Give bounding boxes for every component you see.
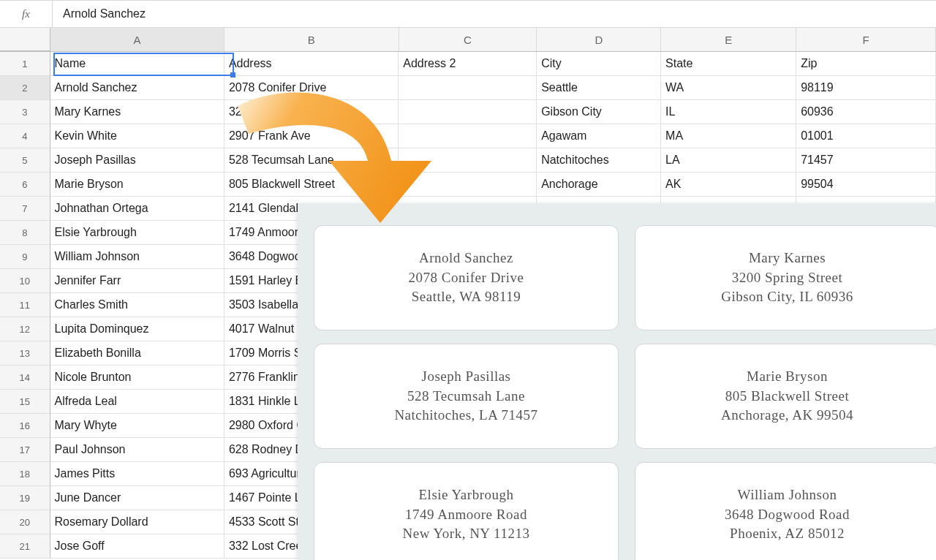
row-header-5[interactable]: 5 <box>0 148 50 173</box>
row-header-8[interactable]: 8 <box>0 221 50 245</box>
cell-A17[interactable]: Paul Johnson <box>50 438 224 462</box>
select-all-corner[interactable] <box>0 28 50 51</box>
cell-E2[interactable]: WA <box>661 76 796 100</box>
cell-E3[interactable]: IL <box>661 100 796 124</box>
cell-A11[interactable]: Charles Smith <box>50 293 224 317</box>
table-row: 2Arnold Sanchez2078 Conifer DriveSeattle… <box>0 76 936 100</box>
label-line1: 3648 Dogwood Road <box>725 505 850 525</box>
label-name: Marie Bryson <box>747 367 828 387</box>
cell-A20[interactable]: Rosemary Dollard <box>50 510 224 534</box>
cell-D6[interactable]: Anchorage <box>537 173 661 197</box>
cell-A10[interactable]: Jennifer Farr <box>50 269 224 293</box>
cell-D1[interactable]: City <box>537 52 661 76</box>
cell-D2[interactable]: Seattle <box>537 76 661 100</box>
row-header-13[interactable]: 13 <box>0 341 50 366</box>
cell-A1[interactable]: Name <box>50 52 224 76</box>
cell-D5[interactable]: Natchitoches <box>537 148 661 173</box>
cell-D4[interactable]: Agawam <box>537 124 661 148</box>
column-header-A[interactable]: A <box>50 28 224 51</box>
formula-input[interactable]: Arnold Sanchez <box>53 7 936 20</box>
cell-A12[interactable]: Lupita Dominquez <box>50 317 224 341</box>
row-header-4[interactable]: 4 <box>0 124 50 148</box>
column-header-C[interactable]: C <box>399 28 537 51</box>
cell-B2[interactable]: 2078 Conifer Drive <box>224 76 399 100</box>
table-row: 6Marie Bryson805 Blackwell StreetAnchora… <box>0 173 936 197</box>
row-header-16[interactable]: 16 <box>0 414 50 438</box>
label-line1: 2078 Conifer Drive <box>409 268 524 288</box>
row-header-21[interactable]: 21 <box>0 534 50 559</box>
row-header-2[interactable]: 2 <box>0 76 50 100</box>
table-row: 1NameAddressAddress 2CityStateZip <box>0 52 936 76</box>
table-row: 5Joseph Pasillas528 Tecumsah LaneNatchit… <box>0 148 936 173</box>
table-row: 3Mary Karnes3200 Spring StreetGibson Cit… <box>0 100 936 124</box>
cell-B4[interactable]: 2907 Frank Ave <box>224 124 399 148</box>
fx-icon: fx <box>0 1 53 27</box>
label-line2: Gibson City, IL 60936 <box>721 287 853 307</box>
cell-A15[interactable]: Alfreda Leal <box>50 390 224 414</box>
cell-F5[interactable]: 71457 <box>796 148 936 173</box>
cell-C6[interactable] <box>399 173 537 197</box>
cell-F2[interactable]: 98119 <box>796 76 936 100</box>
cell-B5[interactable]: 528 Tecumsah Lane <box>224 148 399 173</box>
label-line1: 1749 Anmoore Road <box>405 505 527 525</box>
label-line2: New York, NY 11213 <box>403 524 530 544</box>
label-name: William Johnson <box>737 485 837 505</box>
cell-C5[interactable] <box>399 148 537 173</box>
label-card: Joseph Pasillas 528 Tecumsah Lane Natchi… <box>314 344 619 449</box>
cell-A6[interactable]: Marie Bryson <box>50 173 224 197</box>
row-header-11[interactable]: 11 <box>0 293 50 317</box>
row-header-18[interactable]: 18 <box>0 462 50 486</box>
cell-C2[interactable] <box>399 76 537 100</box>
row-header-7[interactable]: 7 <box>0 197 50 221</box>
table-row: 4Kevin White2907 Frank AveAgawamMA01001 <box>0 124 936 148</box>
cell-F4[interactable]: 01001 <box>796 124 936 148</box>
row-header-20[interactable]: 20 <box>0 510 50 534</box>
cell-E4[interactable]: MA <box>661 124 796 148</box>
cell-B3[interactable]: 3200 Spring Street <box>224 100 399 124</box>
cell-A7[interactable]: Johnathan Ortega <box>50 197 224 221</box>
cell-A21[interactable]: Jose Goff <box>50 534 224 559</box>
cell-A14[interactable]: Nicole Brunton <box>50 366 224 390</box>
cell-F6[interactable]: 99504 <box>796 173 936 197</box>
row-header-12[interactable]: 12 <box>0 317 50 341</box>
cell-A3[interactable]: Mary Karnes <box>50 100 224 124</box>
cell-A16[interactable]: Mary Whyte <box>50 414 224 438</box>
label-line2: Natchitoches, LA 71457 <box>394 406 537 425</box>
row-header-6[interactable]: 6 <box>0 173 50 197</box>
label-name: Mary Karnes <box>749 249 826 268</box>
row-header-19[interactable]: 19 <box>0 486 50 510</box>
cell-E5[interactable]: LA <box>661 148 796 173</box>
column-header-E[interactable]: E <box>661 28 796 51</box>
cell-A5[interactable]: Joseph Pasillas <box>50 148 224 173</box>
row-header-17[interactable]: 17 <box>0 438 50 462</box>
row-header-10[interactable]: 10 <box>0 269 50 293</box>
cell-F1[interactable]: Zip <box>796 52 936 76</box>
label-name: Elsie Yarbrough <box>419 485 514 505</box>
cell-E6[interactable]: AK <box>661 173 796 197</box>
cell-B1[interactable]: Address <box>224 52 399 76</box>
cell-A19[interactable]: June Dancer <box>50 486 224 510</box>
column-header-B[interactable]: B <box>224 28 399 51</box>
cell-F3[interactable]: 60936 <box>796 100 936 124</box>
cell-E1[interactable]: State <box>661 52 796 76</box>
cell-C1[interactable]: Address 2 <box>399 52 537 76</box>
cell-A18[interactable]: James Pitts <box>50 462 224 486</box>
column-header-D[interactable]: D <box>537 28 661 51</box>
cell-C3[interactable] <box>399 100 537 124</box>
label-card: Elsie Yarbrough 1749 Anmoore Road New Yo… <box>314 462 619 560</box>
cell-D3[interactable]: Gibson City <box>537 100 661 124</box>
cell-C4[interactable] <box>399 124 537 148</box>
row-header-3[interactable]: 3 <box>0 100 50 124</box>
cell-B6[interactable]: 805 Blackwell Street <box>224 173 399 197</box>
cell-A13[interactable]: Elizabeth Bonilla <box>50 341 224 366</box>
row-header-15[interactable]: 15 <box>0 390 50 414</box>
cell-A9[interactable]: William Johnson <box>50 245 224 269</box>
row-header-1[interactable]: 1 <box>0 52 50 76</box>
cell-A2[interactable]: Arnold Sanchez <box>50 76 224 100</box>
column-header-F[interactable]: F <box>796 28 936 51</box>
cell-A8[interactable]: Elsie Yarbrough <box>50 221 224 245</box>
row-header-9[interactable]: 9 <box>0 245 50 269</box>
cell-A4[interactable]: Kevin White <box>50 124 224 148</box>
label-line2: Anchorage, AK 99504 <box>721 406 853 425</box>
row-header-14[interactable]: 14 <box>0 366 50 390</box>
